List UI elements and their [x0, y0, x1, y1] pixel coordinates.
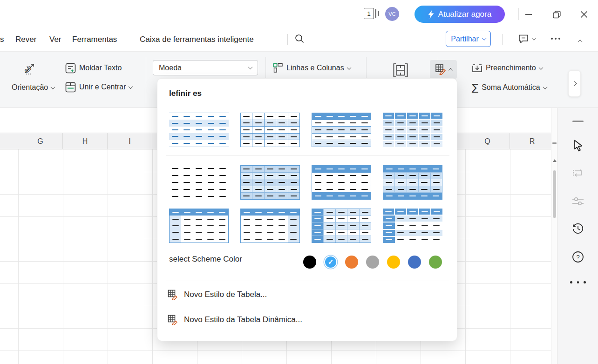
chevron-down-icon — [538, 65, 543, 70]
orientation-dropdown[interactable]: Orientação — [12, 81, 54, 94]
close-button[interactable] — [578, 8, 590, 20]
chevron-down-icon — [129, 84, 133, 89]
chevron-down-icon — [543, 85, 547, 89]
table-style-preset-header-banded-grid[interactable] — [383, 113, 442, 147]
wrap-text-button[interactable]: Moldar Texto — [65, 62, 122, 74]
checkmark-icon: ✓ — [325, 256, 336, 268]
minimize-icon — [525, 11, 532, 18]
new-table-style-icon — [168, 290, 178, 300]
ellipsis-dot — [584, 281, 586, 283]
menu-item-clipped[interactable]: s — [0, 28, 4, 51]
scheme-color-orange[interactable] — [345, 256, 358, 269]
merge-center-label: Unir e Centrar — [79, 83, 126, 91]
table-style-preset-first-column-banded[interactable] — [383, 209, 442, 243]
scheme-color-light-blue[interactable]: ✓ — [324, 256, 337, 269]
menubar-divider — [502, 34, 503, 45]
close-icon — [580, 11, 588, 18]
ribbon-group-divider — [146, 57, 146, 103]
chevron-down-icon — [347, 65, 351, 70]
more-options-button[interactable] — [551, 38, 560, 40]
help-icon: ? — [571, 250, 585, 264]
scheme-color-yellow[interactable] — [387, 256, 400, 269]
sidebar-history-button[interactable] — [557, 222, 598, 236]
new-pivot-table-style-item[interactable]: Novo Estilo da Tabela Dinâmica... — [168, 312, 302, 328]
orientation-button[interactable]: ab — [20, 57, 41, 76]
restore-icon — [553, 11, 561, 19]
table-style-preset-header-first-column[interactable] — [169, 209, 229, 243]
chevron-down-icon — [482, 36, 486, 40]
ribbon-expand-button[interactable] — [568, 70, 581, 97]
scroll-up-arrow[interactable] — [553, 159, 557, 162]
table-style-preset-header-last-column[interactable] — [240, 209, 300, 243]
merge-center-dropdown[interactable]: Unir e Centrar — [65, 81, 132, 93]
update-now-label: Atualizar agora — [438, 10, 491, 19]
scheme-color-label: select Scheme Color — [169, 253, 242, 266]
sidebar-adjust-tool[interactable] — [557, 195, 598, 208]
update-now-button[interactable]: Atualizar agora — [415, 6, 505, 23]
menu-item-ferramentas[interactable]: Ferramentas — [72, 28, 117, 51]
new-table-style-item[interactable]: Novo Estilo de Tabela... — [168, 287, 267, 303]
chevron-down-icon — [532, 36, 537, 40]
collapse-ribbon-button[interactable] — [578, 36, 582, 45]
merge-cells-icon — [393, 62, 408, 78]
number-format-value: Moeda — [159, 64, 182, 72]
text-orientation-icon: ab — [20, 57, 41, 76]
comments-button[interactable] — [518, 33, 536, 44]
orientation-label: Orientação — [12, 83, 48, 92]
scheme-color-green[interactable] — [429, 256, 442, 269]
fill-label: Preenchimento — [486, 64, 536, 72]
right-sidebar: ? — [557, 108, 598, 364]
ellipsis-dot — [551, 38, 553, 40]
number-format-select[interactable]: Moeda — [153, 60, 258, 75]
search-icon — [294, 34, 305, 44]
rows-columns-dropdown[interactable]: Linhas e Colunas — [273, 62, 351, 74]
panel-divider — [166, 281, 449, 281]
table-style-button[interactable] — [430, 60, 457, 79]
table-style-preset-grid-banded[interactable] — [240, 113, 300, 147]
new-pivot-table-style-icon — [168, 315, 178, 325]
sidebar-repeat-tool[interactable] — [557, 167, 598, 180]
autosum-label: Soma Automática — [482, 83, 540, 92]
wrap-text-icon — [65, 63, 76, 74]
sidebar-more-button[interactable] — [557, 281, 598, 283]
sidebar-help-button[interactable]: ? — [557, 250, 598, 264]
table-style-preset-header-footer-banded[interactable] — [383, 165, 442, 200]
scheme-color-blue[interactable] — [408, 256, 421, 269]
ellipsis-dot — [555, 38, 557, 40]
chevron-down-icon — [248, 65, 253, 69]
scrollbar-split-handle[interactable] — [552, 142, 557, 144]
menu-item-ver[interactable]: Ver — [49, 28, 61, 51]
share-button[interactable]: Partilhar — [446, 31, 491, 47]
table-style-preset-light-banded-rows[interactable] — [169, 113, 229, 147]
autosum-dropdown[interactable]: ∑ Soma Automática — [472, 81, 547, 94]
vertical-scrollbar[interactable] — [551, 108, 557, 364]
svg-text:ab: ab — [22, 64, 33, 75]
fill-dropdown[interactable]: Preenchimento — [472, 62, 543, 74]
restore-button[interactable] — [550, 8, 563, 20]
table-style-preset-all-shaded-grid[interactable] — [240, 165, 300, 200]
scrollbar-thumb[interactable] — [553, 170, 556, 218]
merge-center-icon — [65, 82, 76, 93]
table-style-preset-header-footer[interactable] — [312, 165, 371, 200]
table-style-preset-first-column-grid[interactable] — [312, 209, 371, 243]
sidebar-select-tool[interactable] — [557, 139, 598, 153]
spreadsheet-app-window: 1 VC Atualizar agora — [0, 0, 598, 364]
table-style-preset-plain[interactable] — [169, 165, 229, 200]
menu-bar: s Rever Ver Ferramentas Caixa de ferrame… — [0, 28, 598, 51]
menu-item-rever[interactable]: Rever — [15, 28, 36, 51]
scheme-color-gray[interactable] — [366, 256, 379, 269]
table-style-preset-header-banded-lines[interactable] — [312, 113, 371, 147]
menubar-divider — [287, 34, 288, 45]
table-style-icon — [435, 64, 446, 75]
sidebar-collapse-handle[interactable] — [557, 121, 598, 122]
chevron-up-icon — [578, 40, 583, 44]
avatar[interactable]: VC — [385, 7, 399, 21]
search-button[interactable] — [294, 34, 306, 46]
sliders-icon — [571, 195, 584, 208]
minimize-button[interactable] — [523, 8, 535, 20]
scheme-color-black[interactable] — [303, 256, 316, 269]
panel-divider — [166, 155, 449, 156]
merge-cells-button[interactable] — [393, 62, 408, 78]
document-count-badge[interactable]: 1 — [364, 8, 379, 19]
menu-item-caixa-ferramentas[interactable]: Caixa de ferramentas inteligente — [140, 28, 254, 51]
